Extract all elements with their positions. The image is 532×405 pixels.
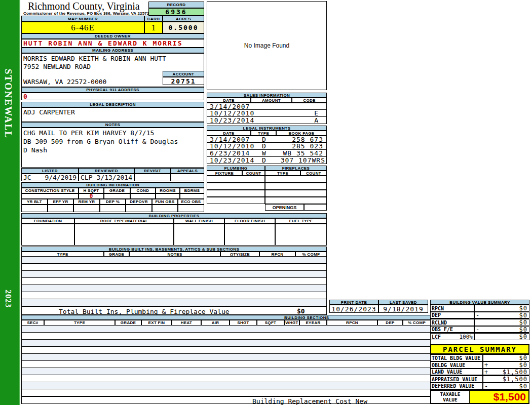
card-value: 1 (144, 22, 163, 33)
dep-pct-header: DEP % (100, 199, 126, 205)
physical-911-value: 0 (21, 93, 204, 100)
built-ins-row (21, 292, 327, 299)
parcel-summary-title: PARCEL SUMMARY (430, 344, 529, 354)
built-ins-total-row: Total Built Ins, Plumbing & Fireplace Va… (21, 306, 327, 315)
eff-yr-value (48, 205, 73, 212)
legal-instrument-row: 10/12/2010 D 285 023 (207, 143, 327, 150)
fireplace-row (265, 190, 327, 197)
foundation-header: FOUNDATION (21, 218, 74, 224)
ps-total-bldg-label: TOTAL BLDG VALUE (430, 354, 483, 361)
rooms-value (156, 193, 180, 199)
appeals-value (171, 174, 204, 181)
bvs-lcf-label: LCF 100% (430, 333, 474, 340)
bvs-lcf-text: LCF (432, 334, 441, 340)
tax-year: 2023 (4, 290, 13, 308)
construction-style-value (21, 193, 79, 199)
ps-value: $0 (489, 361, 529, 369)
mailing-line-2: 7952 NEWLAND ROAD (23, 63, 91, 70)
plumbing-title: PLUMBING (207, 166, 265, 171)
building-sections-title-band: BUILDING SECTIONS (21, 315, 431, 320)
sales-row: 10/12/2010 E (207, 110, 327, 117)
ps-appraised-value: $1,500 (483, 376, 529, 383)
revisit-label: REVISIT (134, 168, 171, 174)
fireplace-row (265, 183, 327, 190)
bvs-obs-label: OBS F/E (430, 326, 474, 333)
taxable-value-amount: $1,500 (470, 391, 528, 403)
rooms-header: ROOMS (156, 188, 180, 193)
sales-code-header: CODE (292, 98, 327, 103)
built-ins-row (21, 257, 327, 264)
notes-line-1: CHG MAIL TO PER KIM HARVEY 8/7/15 (23, 129, 202, 137)
sale-code: A (314, 116, 326, 124)
legal-instrument-row: 3/14/2007 D 258 673 (207, 136, 327, 143)
appeals-label: APPEALS (171, 168, 204, 174)
reviewed-value: CLP 3/13/2014 (79, 174, 134, 181)
bs-sqft-header: SQFT (257, 320, 284, 326)
notes-line-2: DB 309-509 from G Bryan Oliff & Douglas (23, 137, 202, 146)
bs-shgt-header: SHGT (230, 320, 257, 326)
fun-obs-value (152, 205, 178, 212)
bvs-value: $0 (482, 312, 529, 319)
building-section-row (21, 361, 431, 368)
bs-eyear-header: EYEAR (299, 320, 327, 326)
reviewed-label: REVIEWED (79, 168, 134, 174)
map-number-label: MAP NUMBER (21, 16, 144, 22)
building-section-row (21, 382, 431, 389)
bvs-value: $0 (482, 326, 529, 333)
li-type: W (251, 149, 277, 157)
bdrms-header: BDRMS (180, 188, 204, 193)
commissioner-line: Commissioner of the Revenue, PO Box 366,… (23, 11, 149, 16)
reviewed-by: CLP (81, 174, 92, 181)
sales-date-header: DATE (207, 98, 251, 103)
revisit-value (134, 174, 171, 181)
cond-value (130, 193, 156, 199)
rem-yr-value (73, 205, 100, 212)
dep-pct-value (100, 205, 126, 212)
legal-description-value: ADJ CARPENTER (21, 107, 204, 122)
ps-appraised-label: APPRAISED VALUE (430, 376, 483, 383)
floor-finish-value (224, 224, 275, 246)
map-number-value: 6-46E (21, 22, 144, 33)
fuel-type-header: FUEL TYPE (275, 218, 327, 224)
built-ins-row (21, 299, 327, 306)
fireplace-type-header: TYPE (265, 171, 300, 176)
construction-style-header: CONSTRUCTION STYLE (21, 188, 79, 193)
eff-yr-header: EFF YR (48, 199, 73, 205)
bvs-dep-value: - $0 (474, 312, 529, 319)
sales-amount-header: AMOUNT (251, 98, 292, 103)
li-bookpage: 307 107WRS (277, 156, 326, 164)
sale-date: 10/23/2014 (207, 116, 254, 124)
listed-date: 9/4/2019 (45, 174, 77, 181)
card-label: CARD (144, 16, 163, 22)
record-label: RECORD (148, 2, 204, 8)
bi-notes-header: NOTES (129, 252, 220, 257)
fireplace-row (265, 176, 327, 183)
depovr-value (126, 205, 152, 212)
bs-whgt-header: WHGT (284, 320, 299, 326)
building-section-row (21, 354, 431, 361)
built-ins-row (21, 264, 327, 271)
notes-line-3: D Nash (23, 146, 202, 154)
image-placeholder: No Image Found (207, 1, 327, 90)
built-ins-total-label: Total Built Ins, Plumbing & Fireplace Va… (59, 308, 230, 315)
bvs-op: - (475, 312, 482, 319)
physical-911-label: PHYSICAL 911 ADDRESS (21, 87, 204, 93)
bvs-lcf-value: $0 (474, 333, 529, 340)
fuel-type-value (275, 224, 327, 246)
sales-row: 3/14/2007 (207, 103, 327, 110)
plumbing-row (207, 197, 265, 204)
bvs-obs-value: - $0 (474, 326, 529, 333)
li-date: 10/23/2014 (207, 156, 251, 164)
acres-value: 0.5000 (163, 22, 204, 33)
ps-op: + (483, 369, 489, 376)
district-name: STONEWALL (3, 69, 14, 139)
building-sections-title: BUILDING SECTIONS (284, 315, 329, 320)
ps-land-value: + $1,500 (483, 369, 529, 376)
bs-extfin-header: EXT FIN (141, 320, 172, 326)
built-ins-row (21, 285, 327, 292)
print-date-label: PRINT DATE (329, 300, 378, 305)
bi-qty-header: QTY/SIZE (220, 252, 259, 257)
legal-description-label: LEGAL DESCRIPTION (21, 102, 204, 107)
last-saved-value: 9/18/2019 (378, 305, 428, 313)
ps-deferred-label: DEFERRED VALUE (430, 383, 483, 390)
